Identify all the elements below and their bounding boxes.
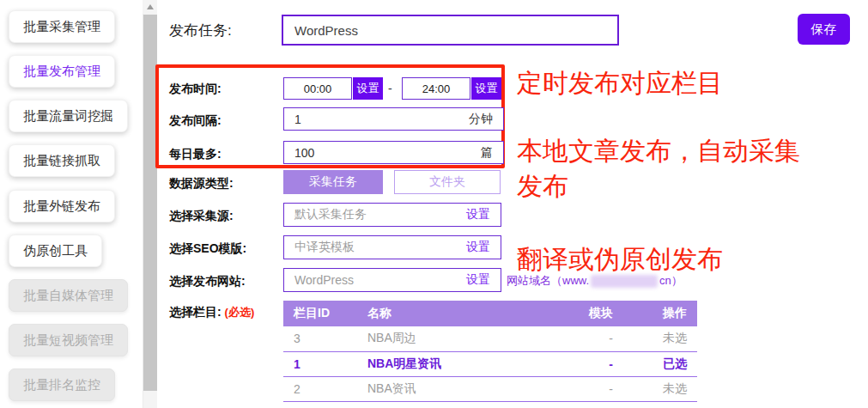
collect-source-value: 默认采集任务 [294, 207, 367, 222]
cell-name: NBA周边 [357, 326, 563, 351]
daily-max-input[interactable]: 100 篇 [283, 141, 504, 164]
cell-action-toggle[interactable]: 未选 [623, 376, 697, 401]
seo-template-input[interactable]: 中译英模板 设置 [283, 235, 501, 259]
annotation-local-line2: 发布 [517, 172, 568, 200]
daily-max-label: 每日最多: [169, 147, 222, 162]
scrollbar-up-arrow-icon[interactable] [143, 0, 157, 14]
sidebar-item-self-media: 批量自媒体管理 [9, 279, 128, 312]
table-row[interactable]: 2 NBA资讯 - 未选 [283, 376, 697, 401]
select-column-label-text: 选择栏目: [169, 305, 222, 319]
publish-site-set-link[interactable]: 设置 [466, 272, 490, 288]
sidebar-item-outlink-publish[interactable]: 批量外链发布 [9, 190, 115, 222]
app-window: 批量采集管理 批量发布管理 批量流量词挖掘 批量链接抓取 批量外链发布 伪原创工… [0, 0, 868, 408]
time-end-set-button[interactable]: 设置 [471, 77, 501, 100]
source-type-folder-button[interactable]: 文件夹 [394, 170, 501, 194]
cell-action-toggle[interactable]: 已选 [623, 351, 697, 376]
annotation-local-line1: 本地文章发布，自动采集 [517, 137, 800, 165]
seo-template-value: 中译英模板 [294, 240, 355, 255]
time-end-input[interactable]: 24:00 [402, 77, 470, 100]
cell-module: - [563, 376, 623, 401]
col-header-module: 模块 [563, 301, 623, 326]
required-badge: (必选) [225, 306, 255, 319]
cell-name: NBA资讯 [357, 376, 563, 401]
source-type-task-button[interactable]: 采集任务 [283, 170, 383, 194]
sidebar-item-pseudo-original[interactable]: 伪原创工具 [9, 234, 102, 267]
publish-task-input[interactable]: WordPress [282, 15, 619, 46]
annotation-local-publish: 本地文章发布，自动采集 发布 [517, 133, 800, 204]
collect-source-set-link[interactable]: 设置 [466, 207, 490, 222]
sidebar-item-link-grab[interactable]: 批量链接抓取 [9, 144, 115, 177]
cell-id: 1 [283, 351, 357, 376]
columns-table: 栏目ID 名称 模块 操作 3 NBA周边 - 未选 1 NBA明星资讯 - 已… [283, 301, 697, 402]
sidebar-item-traffic-words[interactable]: 批量流量词挖掘 [9, 100, 128, 132]
seo-template-set-link[interactable]: 设置 [466, 240, 490, 255]
cell-id: 3 [283, 326, 357, 351]
col-header-id: 栏目ID [283, 301, 357, 326]
annotation-translate-publish: 翻译或伪原创发布 [517, 241, 723, 277]
publish-site-input[interactable]: WordPress 设置 [283, 268, 501, 292]
publish-task-label: 发布任务: [169, 21, 232, 40]
annotation-timed-publish: 定时发布对应栏目 [517, 65, 723, 100]
col-header-name: 名称 [357, 301, 563, 326]
daily-max-value: 100 [294, 146, 314, 160]
sidebar-item-short-video: 批量短视频管理 [9, 324, 128, 356]
time-start-set-button[interactable]: 设置 [353, 77, 383, 100]
interval-unit: 分钟 [469, 112, 493, 127]
interval-value: 1 [294, 113, 301, 126]
table-row-selected[interactable]: 1 NBA明星资讯 - 已选 [283, 351, 697, 376]
columns-table-header-row: 栏目ID 名称 模块 操作 [283, 301, 697, 326]
cell-name: NBA明星资讯 [357, 351, 563, 376]
publish-site-value: WordPress [294, 273, 354, 287]
time-start-input[interactable]: 00:00 [283, 77, 352, 100]
cell-module: - [563, 326, 623, 351]
save-button[interactable]: 保存 [798, 14, 850, 45]
seo-template-label: 选择SEO模版: [169, 241, 246, 257]
daily-max-unit: 篇 [481, 145, 493, 161]
collect-source-label: 选择采集源: [169, 209, 234, 224]
cell-action-toggle[interactable]: 未选 [623, 326, 697, 351]
table-row[interactable]: 3 NBA周边 - 未选 [283, 326, 697, 351]
sidebar-item-batch-publish[interactable]: 批量发布管理 [9, 55, 115, 88]
sidebar-item-rank-monitor: 批量排名监控 [9, 368, 115, 401]
publish-interval-label: 发布间隔: [169, 113, 222, 129]
cell-module: - [563, 351, 623, 376]
data-source-type-label: 数据源类型: [169, 176, 234, 192]
sidebar-item-batch-collect[interactable]: 批量采集管理 [9, 10, 115, 43]
cell-id: 2 [283, 376, 357, 401]
time-range-dash: - [388, 82, 392, 95]
publish-time-label: 发布时间: [169, 82, 222, 97]
scrollbar-thumb[interactable] [143, 15, 157, 391]
interval-input[interactable]: 1 分钟 [283, 107, 504, 131]
publish-site-label: 选择发布网站: [169, 274, 246, 289]
col-header-action: 操作 [623, 301, 697, 326]
collect-source-input[interactable]: 默认采集任务 设置 [283, 203, 501, 227]
select-column-label: 选择栏目: (必选) [169, 305, 254, 320]
